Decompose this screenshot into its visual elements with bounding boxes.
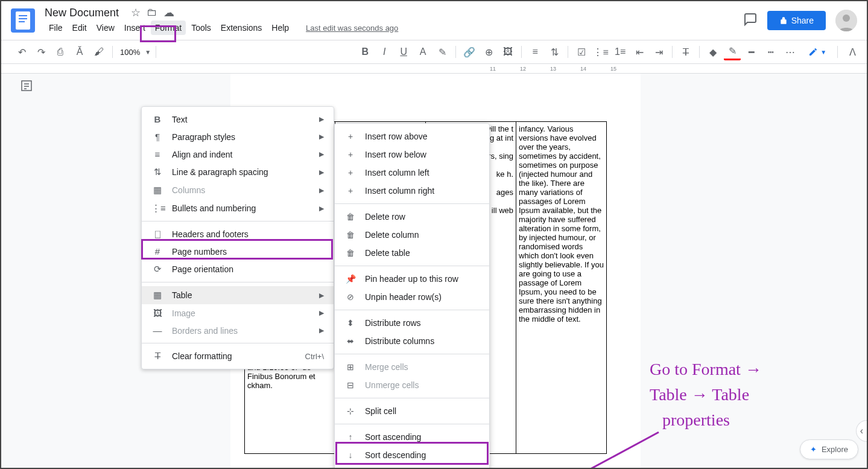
format-spacing-item[interactable]: ⇅Line & paragraph spacing▶ xyxy=(142,163,334,181)
redo-icon[interactable]: ↷ xyxy=(33,43,49,60)
border-color-icon[interactable]: ✎ xyxy=(724,43,741,60)
format-borders-item[interactable]: —Borders and lines▶ xyxy=(142,322,334,339)
svg-rect-3 xyxy=(19,21,25,22)
image-insert-icon[interactable]: 🖼 xyxy=(499,43,516,60)
last-edit-text[interactable]: Last edit was seconds ago xyxy=(302,21,402,35)
insert-row-above-item[interactable]: +Insert row above xyxy=(335,127,489,145)
format-orientation-item[interactable]: ⟳Page orientation xyxy=(142,260,334,278)
pin-header-item[interactable]: 📌Pin header up to this row xyxy=(335,270,489,288)
distribute-cols-item[interactable]: ⬌Distribute columns xyxy=(335,332,489,350)
docs-logo-icon[interactable] xyxy=(11,8,35,33)
bullet-list-icon[interactable]: ⋮≡ xyxy=(592,43,609,60)
format-align-item[interactable]: ≡Align and indent▶ xyxy=(142,145,334,163)
chevron-right-icon: ▶ xyxy=(319,205,324,212)
table-submenu: +Insert row above +Insert row below +Ins… xyxy=(334,123,490,468)
highlight-icon[interactable]: ✎ xyxy=(434,43,451,60)
border-width-icon[interactable]: ━ xyxy=(743,43,760,60)
format-clear-item[interactable]: T̶Clear formattingCtrl+\ xyxy=(142,347,334,365)
italic-icon[interactable]: I xyxy=(376,43,393,60)
ruler-mark: 12 xyxy=(520,66,526,72)
chevron-right-icon: ▶ xyxy=(319,150,324,158)
comments-icon[interactable] xyxy=(743,12,758,29)
table-icon: ▦ xyxy=(151,290,163,301)
number-list-icon[interactable]: 1≡ xyxy=(612,43,629,60)
move-icon[interactable]: 🗀 xyxy=(147,6,157,19)
zoom-level[interactable]: 100% xyxy=(118,48,142,57)
hash-icon: # xyxy=(151,246,163,257)
delete-col-item[interactable]: 🗑Delete column xyxy=(335,226,489,244)
insert-col-left-item[interactable]: +Insert column left xyxy=(335,164,489,182)
format-paragraph-item[interactable]: ¶Paragraph styles▶ xyxy=(142,128,334,145)
ruler-mark: 14 xyxy=(580,66,586,72)
spellcheck-icon[interactable]: Ă xyxy=(71,43,88,60)
undo-icon[interactable]: ↶ xyxy=(13,43,30,60)
menu-tools[interactable]: Tools xyxy=(187,21,215,35)
format-page-numbers-item[interactable]: #Page numbers xyxy=(142,243,334,260)
format-bullets-item[interactable]: ⋮≡Bullets and numbering▶ xyxy=(142,199,334,217)
trash-icon: 🗑 xyxy=(344,230,356,240)
distribute-icon: ⬍ xyxy=(344,318,356,328)
menu-edit[interactable]: Edit xyxy=(68,21,91,35)
split-cell-item[interactable]: ⊹Split cell xyxy=(335,402,489,420)
editing-mode-button[interactable]: ▼ xyxy=(803,45,831,59)
format-image-item[interactable]: 🖼Image▶ xyxy=(142,304,334,322)
fill-color-icon[interactable]: ◆ xyxy=(705,43,721,60)
table-cell[interactable]: infancy. Various versions have evolved o… xyxy=(516,122,607,454)
insert-row-below-item[interactable]: +Insert row below xyxy=(335,145,489,164)
line-spacing-icon[interactable]: ⇅ xyxy=(546,43,563,60)
format-headers-item[interactable]: ⎕Headers and footers xyxy=(142,225,334,243)
document-title[interactable]: New Document xyxy=(45,7,119,19)
delete-row-item[interactable]: 🗑Delete row xyxy=(335,208,489,226)
menu-format[interactable]: Format xyxy=(151,21,186,35)
underline-icon[interactable]: U xyxy=(395,43,412,60)
print-icon[interactable]: ⎙ xyxy=(52,43,69,60)
title-area: New Document ☆ 🗀 ☁ File Edit View Insert… xyxy=(45,6,743,35)
distribute-rows-item[interactable]: ⬍Distribute rows xyxy=(335,314,489,332)
chevron-right-icon: ▶ xyxy=(319,292,324,299)
unmerge-cells-item[interactable]: ⊟Unmerge cells xyxy=(335,376,489,394)
indent-increase-icon[interactable]: ⇥ xyxy=(650,43,667,60)
menu-insert[interactable]: Insert xyxy=(120,21,150,35)
format-table-item[interactable]: ▦Table▶ xyxy=(142,286,334,304)
menu-file[interactable]: File xyxy=(45,21,67,35)
bold-icon[interactable]: B xyxy=(356,43,373,60)
comment-add-icon[interactable]: ⊕ xyxy=(480,43,497,60)
clear-format-icon[interactable]: T̶ xyxy=(677,43,694,60)
more-icon[interactable]: ⋯ xyxy=(782,43,799,60)
explore-label: Explore xyxy=(822,445,848,454)
sort-asc-item[interactable]: ↑Sort ascending xyxy=(335,428,489,446)
align-icon[interactable]: ≡ xyxy=(527,43,543,60)
star-icon[interactable]: ☆ xyxy=(131,6,141,19)
link-icon[interactable]: 🔗 xyxy=(461,43,478,60)
text-color-icon[interactable]: A xyxy=(414,43,431,60)
trash-icon: 🗑 xyxy=(344,212,356,222)
menu-extensions[interactable]: Extensions xyxy=(217,21,266,35)
format-columns-item[interactable]: ▦Columns▶ xyxy=(142,181,334,199)
outline-icon[interactable] xyxy=(19,78,36,95)
menu-help[interactable]: Help xyxy=(267,21,293,35)
border-style-icon[interactable]: ┅ xyxy=(762,43,779,60)
show-side-panel-icon[interactable]: ‹ xyxy=(856,420,867,442)
plus-icon: + xyxy=(344,168,356,177)
paint-format-icon[interactable]: 🖌 xyxy=(90,43,107,60)
align-icon: ≡ xyxy=(151,149,163,159)
format-text-item[interactable]: BText▶ xyxy=(142,110,334,128)
header-icon: ⎕ xyxy=(151,229,163,239)
menu-view[interactable]: View xyxy=(92,21,119,35)
annotation-text: Go to Format →Table → Table properties xyxy=(650,357,762,433)
merge-cells-item[interactable]: ⊞Merge cells xyxy=(335,358,489,376)
delete-table-item[interactable]: 🗑Delete table xyxy=(335,244,489,262)
insert-col-right-item[interactable]: +Insert column right xyxy=(335,182,489,200)
user-avatar[interactable] xyxy=(835,10,857,31)
indent-decrease-icon[interactable]: ⇤ xyxy=(631,43,648,60)
checklist-icon[interactable]: ☑ xyxy=(573,43,590,60)
sort-desc-item[interactable]: ↓Sort descending xyxy=(335,446,489,464)
toolbar: ↶ ↷ ⎙ Ă 🖌 100% ▼ B I U A ✎ 🔗 ⊕ 🖼 ≡ ⇅ ☑ ⋮… xyxy=(1,40,867,64)
ruler-mark: 15 xyxy=(610,66,616,72)
hide-menus-icon[interactable]: ᐱ xyxy=(844,43,861,60)
explore-button[interactable]: ✦ Explore xyxy=(800,439,858,459)
cloud-icon[interactable]: ☁ xyxy=(163,6,174,19)
unpin-header-item[interactable]: ⊘Unpin header row(s) xyxy=(335,288,489,306)
chevron-right-icon: ▶ xyxy=(319,327,324,334)
share-button[interactable]: Share xyxy=(767,11,826,30)
